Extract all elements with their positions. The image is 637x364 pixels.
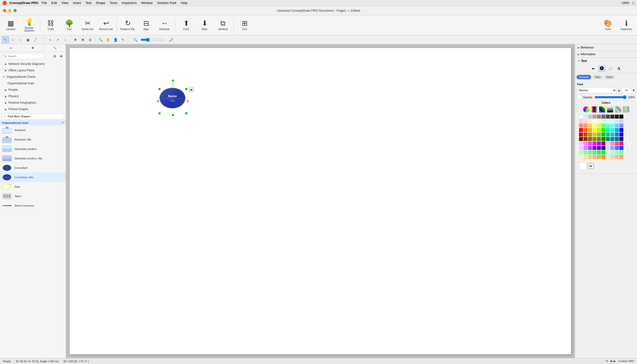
shape-note[interactable]: Note xyxy=(0,182,66,192)
color-spectrum-btn[interactable] xyxy=(591,106,597,113)
color-swatch[interactable] xyxy=(592,132,596,136)
color-swatch[interactable] xyxy=(601,150,605,154)
find-more-shapes-button[interactable]: ⬡ Find More Shapes xyxy=(2,114,64,119)
distribute-button[interactable]: ↔ Distribute xyxy=(156,17,173,34)
color-swatch[interactable] xyxy=(606,146,610,150)
shape-assistant-title[interactable]: Assistant, title xyxy=(0,135,66,144)
color-swatch[interactable] xyxy=(610,114,614,118)
color-swatch[interactable] xyxy=(619,137,623,141)
libraries-button[interactable]: ▦ Libraries xyxy=(2,17,20,34)
color-swatch[interactable] xyxy=(615,150,619,154)
color-swatch[interactable] xyxy=(592,155,596,159)
tree-button[interactable]: 🌳 Tree xyxy=(61,17,78,34)
shape-assistant[interactable]: Assistant xyxy=(0,125,66,135)
color-swatch[interactable] xyxy=(583,124,587,128)
search-input[interactable] xyxy=(2,53,44,59)
color-swatch[interactable] xyxy=(619,150,623,154)
color-swatch[interactable] xyxy=(588,119,592,123)
menu-window[interactable]: Window xyxy=(139,1,155,5)
color-swatch[interactable] xyxy=(579,128,583,132)
color-swatch[interactable] xyxy=(619,146,623,150)
library-item-physics[interactable]: ▶ Physics xyxy=(0,93,66,100)
inspectors-button[interactable]: ℹ Inspectors xyxy=(617,17,635,34)
color-swatch[interactable] xyxy=(601,124,605,128)
zoom-slider[interactable] xyxy=(141,38,165,42)
line-tool[interactable]: ╱ xyxy=(32,36,39,43)
color-swatch[interactable] xyxy=(615,124,619,128)
shape-consultant-title[interactable]: Consultant, title xyxy=(0,172,66,182)
color-swatch[interactable] xyxy=(615,119,619,123)
color-palette-btn[interactable] xyxy=(615,106,621,113)
color-swatch[interactable] xyxy=(615,146,619,150)
prev-page-btn[interactable]: ◀ xyxy=(610,360,612,362)
minus-tool[interactable]: ✖ xyxy=(79,36,86,43)
color-swatch[interactable] xyxy=(619,128,623,132)
color-swatch[interactable] xyxy=(601,142,605,146)
opacity-swatch[interactable] xyxy=(577,95,581,100)
color-swatch[interactable] xyxy=(597,150,601,154)
color-swatch[interactable] xyxy=(592,142,596,146)
color-swatch[interactable] xyxy=(615,155,619,159)
browse-solutions-button[interactable]: 💡 Browse Solutions xyxy=(21,17,38,34)
menu-solution-park[interactable]: Solution Park xyxy=(155,1,178,5)
color-swatch[interactable] xyxy=(592,137,596,141)
minimize-button[interactable] xyxy=(8,9,12,12)
canvas-area[interactable]: ▶ Name Title xyxy=(66,44,575,358)
tab-general[interactable]: General xyxy=(576,75,591,79)
pan-tool[interactable]: ✋ xyxy=(105,36,112,43)
shape-team[interactable]: Team xyxy=(0,192,66,201)
color-picker-swatch[interactable] xyxy=(579,162,586,170)
inspector-information-header[interactable]: ▶ Information xyxy=(575,51,637,58)
inspector-text-header[interactable]: ▼ Text xyxy=(575,58,637,64)
arc-tool[interactable]: ⌒ xyxy=(39,36,46,43)
plus-tool[interactable]: ✚ xyxy=(72,36,79,43)
color-swatches-btn[interactable] xyxy=(599,106,605,113)
color-swatch[interactable] xyxy=(583,137,587,141)
menu-insert[interactable]: Insert xyxy=(71,1,83,5)
color-swatch[interactable] xyxy=(588,155,592,159)
color-swatch[interactable] xyxy=(610,128,614,132)
close-library-icon[interactable]: ✕ xyxy=(62,121,64,124)
color-swatch[interactable] xyxy=(619,114,623,118)
rect-tool[interactable]: □ xyxy=(10,36,17,43)
menu-help[interactable]: Help xyxy=(179,1,190,5)
select-tool[interactable]: ↖ xyxy=(2,36,9,43)
library-item-infographics[interactable]: ▶ Pictorial Infographics xyxy=(0,100,66,106)
color-swatch[interactable] xyxy=(619,119,623,123)
text-style-btn[interactable]: A xyxy=(615,65,622,72)
font-size-arrow-down[interactable]: ▼ xyxy=(632,89,635,92)
font-size-arrow-up[interactable]: ▲ xyxy=(617,89,620,92)
library-item-picture-graphs[interactable]: ▶ Picture Graphs xyxy=(0,106,66,112)
person-tool[interactable]: 👤 xyxy=(112,36,119,43)
opacity-slider[interactable] xyxy=(594,95,626,99)
library-item-office[interactable]: ▶ Office Layout Plans xyxy=(0,67,66,74)
color-swatch[interactable] xyxy=(588,128,592,132)
color-swatch[interactable] xyxy=(588,150,592,154)
zoom-out-button[interactable]: 🔍 xyxy=(132,36,139,43)
color-swatch[interactable] xyxy=(597,146,601,150)
color-swatch[interactable] xyxy=(583,150,587,154)
color-swatch[interactable] xyxy=(615,128,619,132)
color-swatch[interactable] xyxy=(619,124,623,128)
maximize-button[interactable] xyxy=(14,9,17,12)
color-wheel-btn[interactable] xyxy=(583,106,589,113)
color-swatch[interactable] xyxy=(615,142,619,146)
color-swatch[interactable] xyxy=(579,137,583,141)
tab-more[interactable]: More xyxy=(604,75,615,79)
library-item-orgcharts[interactable]: ▼ Organizational Charts xyxy=(0,74,66,80)
menu-text[interactable]: Text xyxy=(83,1,93,5)
identical-button[interactable]: ⧉ Identical xyxy=(214,17,232,34)
color-swatch[interactable] xyxy=(588,124,592,128)
color-swatch[interactable] xyxy=(583,142,587,146)
ellipse-tool[interactable]: ○ xyxy=(17,36,24,43)
color-swatch[interactable] xyxy=(606,137,610,141)
font-size-input[interactable] xyxy=(621,87,631,93)
zoom-in-button[interactable]: 🔎 xyxy=(167,36,174,43)
shape-consultant[interactable]: Consultant xyxy=(0,163,66,172)
back-button[interactable]: ⬇ Back xyxy=(196,17,213,34)
color-swatch[interactable] xyxy=(592,119,596,123)
resize-tool[interactable]: ↕ xyxy=(62,36,69,43)
color-swatch[interactable] xyxy=(619,155,623,159)
color-swatch[interactable] xyxy=(588,146,592,150)
color-swatch[interactable] xyxy=(579,146,583,150)
